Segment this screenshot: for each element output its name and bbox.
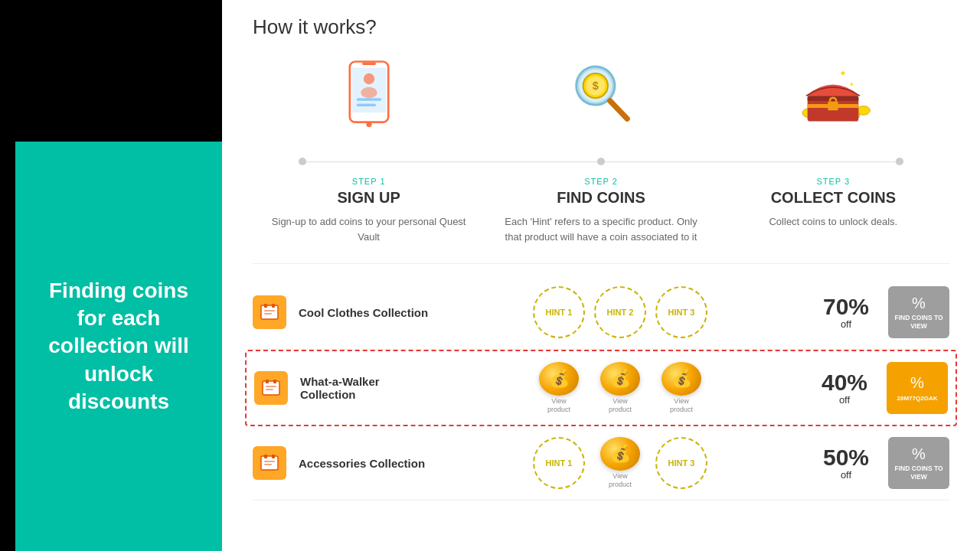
svg-rect-34 xyxy=(264,455,267,458)
svg-rect-37 xyxy=(264,464,272,465)
coin-circle: 💰 xyxy=(662,362,701,396)
step-2-text: STEP 2 FIND COINS Each 'Hint' refers to … xyxy=(496,177,705,244)
collection-hints-what-a-walker: 💰 Viewproduct 💰 Viewproduct 💰 Viewproduc… xyxy=(430,362,810,414)
collection-hints-cool-clothes: HINT 1HINT 2HINT 3 xyxy=(429,286,812,338)
percent-icon: % xyxy=(912,445,926,463)
section-divider xyxy=(253,263,949,264)
collections-list: Cool Clothes CollectionHINT 1HINT 2HINT … xyxy=(253,276,949,500)
coin-symbol: 💰 xyxy=(549,369,570,389)
hint-badge-cool-clothes-1[interactable]: HINT 2 xyxy=(594,286,646,338)
svg-rect-6 xyxy=(356,98,381,101)
coin-label: Viewproduct xyxy=(547,397,570,414)
find-coins-label: FIND COINS TO VIEW xyxy=(888,314,949,329)
coin-circle: 💰 xyxy=(600,437,640,471)
coin-badge-what-a-walker-1[interactable]: 💰 Viewproduct xyxy=(594,362,646,414)
step-2-icon-wrap: $ xyxy=(563,54,639,131)
svg-rect-20 xyxy=(828,102,838,111)
steps-text-container: STEP 1 SIGN UP Sign-up to add coins to y… xyxy=(253,177,949,252)
step-3-icon-wrap: ✦ ✦ xyxy=(795,54,871,131)
discount-off: off xyxy=(812,318,880,330)
discount-pct: 40% xyxy=(810,371,879,394)
svg-rect-29 xyxy=(266,380,269,383)
coin-label: Viewproduct xyxy=(609,472,632,489)
find-coins-btn-cool-clothes[interactable]: % FIND COINS TO VIEW xyxy=(888,286,949,338)
collection-discount-accessories: 50% off xyxy=(812,446,880,481)
magnifier-icon: $ xyxy=(567,58,635,127)
collection-icon-what-a-walker xyxy=(254,371,288,405)
phone-icon xyxy=(338,58,400,127)
coin-circle: 💰 xyxy=(600,362,640,396)
collection-row-accessories: Accessories CollectionHINT 1 💰 Viewprodu… xyxy=(253,426,949,500)
hint-badge-cool-clothes-0[interactable]: HINT 1 xyxy=(533,286,585,338)
code-btn-what-a-walker[interactable]: % 28M77Q2GAK xyxy=(887,362,948,414)
discount-pct: 70% xyxy=(812,295,880,318)
svg-point-4 xyxy=(363,73,374,84)
step-1-icon-wrap xyxy=(331,54,407,131)
collection-icon-accessories xyxy=(253,446,286,480)
find-coins-label: FIND COINS TO VIEW xyxy=(888,465,949,480)
step-2: $ xyxy=(496,54,705,142)
svg-rect-36 xyxy=(264,461,275,462)
step-dot-3 xyxy=(896,158,903,165)
step-2-number: STEP 2 xyxy=(584,177,618,186)
find-coins-btn-accessories[interactable]: % FIND COINS TO VIEW xyxy=(888,437,949,489)
coin-label: Viewproduct xyxy=(670,397,693,414)
svg-rect-30 xyxy=(273,380,276,383)
percent-icon: % xyxy=(912,295,926,312)
step-3: ✦ ✦ xyxy=(729,54,938,142)
svg-text:✦: ✦ xyxy=(849,80,854,88)
step-1-title: SIGN UP xyxy=(338,189,400,207)
coin-badge-what-a-walker-0[interactable]: 💰 Viewproduct xyxy=(533,362,585,414)
coin-circle: 💰 xyxy=(539,362,579,396)
coin-symbol: 💰 xyxy=(671,369,692,389)
svg-rect-23 xyxy=(261,305,278,319)
svg-rect-7 xyxy=(356,103,375,106)
svg-point-5 xyxy=(361,87,377,98)
step-dot-1 xyxy=(299,158,306,165)
main-content: How it works? xyxy=(222,0,980,551)
coin-badge-what-a-walker-2[interactable]: 💰 Viewproduct xyxy=(655,362,707,414)
svg-rect-32 xyxy=(266,389,273,390)
svg-rect-26 xyxy=(264,310,275,311)
step-3-text: STEP 3 COLLECT COINS Collect coins to un… xyxy=(729,177,938,230)
discount-code: 28M77Q2GAK xyxy=(897,395,938,402)
collection-row-what-a-walker: What-a-Walker Collection 💰 Viewproduct 💰… xyxy=(245,350,957,426)
collection-icon-cool-clothes xyxy=(253,295,286,329)
step-3-title: COLLECT COINS xyxy=(771,189,896,207)
steps-container: $ xyxy=(253,54,949,150)
collection-discount-what-a-walker: 40% off xyxy=(810,371,879,406)
svg-rect-2 xyxy=(362,62,376,65)
step-1 xyxy=(264,54,473,142)
svg-line-13 xyxy=(610,101,628,119)
treasure-icon: ✦ ✦ xyxy=(795,58,871,127)
hint-badge-accessories-2[interactable]: HINT 3 xyxy=(655,437,707,489)
hint-badge-cool-clothes-2[interactable]: HINT 3 xyxy=(655,286,707,338)
step-1-desc: Sign-up to add coins to your personal Qu… xyxy=(264,214,473,244)
collection-row-cool-clothes: Cool Clothes CollectionHINT 1HINT 2HINT … xyxy=(253,276,949,350)
coin-symbol: 💰 xyxy=(610,369,631,389)
svg-rect-25 xyxy=(272,304,275,308)
discount-pct: 50% xyxy=(812,446,880,469)
coin-badge-accessories-1[interactable]: 💰 Viewproduct xyxy=(594,437,646,489)
step-dot-2 xyxy=(597,158,605,165)
svg-rect-24 xyxy=(264,304,267,308)
collection-discount-cool-clothes: 70% off xyxy=(812,295,880,330)
step-2-title: FIND COINS xyxy=(557,189,645,207)
svg-rect-33 xyxy=(261,456,278,470)
svg-rect-28 xyxy=(263,381,279,395)
svg-point-15 xyxy=(858,106,871,116)
percent-icon-gold: % xyxy=(910,374,924,392)
sidebar: Finding coins for each collection will u… xyxy=(0,0,222,551)
collection-hints-accessories: HINT 1 💰 Viewproduct HINT 3 xyxy=(429,437,812,489)
hint-badge-accessories-0[interactable]: HINT 1 xyxy=(533,437,585,489)
step-2-desc: Each 'Hint' refers to a specific product… xyxy=(496,214,705,244)
svg-text:✦: ✦ xyxy=(840,68,848,78)
step-3-desc: Collect coins to unlock deals. xyxy=(769,214,897,230)
step-3-number: STEP 3 xyxy=(816,177,850,186)
page-title: How it works? xyxy=(253,15,949,39)
collection-name-cool-clothes: Cool Clothes Collection xyxy=(299,306,429,319)
collection-name-accessories: Accessories Collection xyxy=(299,457,429,470)
svg-rect-35 xyxy=(272,455,275,458)
coin-symbol: 💰 xyxy=(610,444,631,464)
svg-text:$: $ xyxy=(593,80,599,92)
